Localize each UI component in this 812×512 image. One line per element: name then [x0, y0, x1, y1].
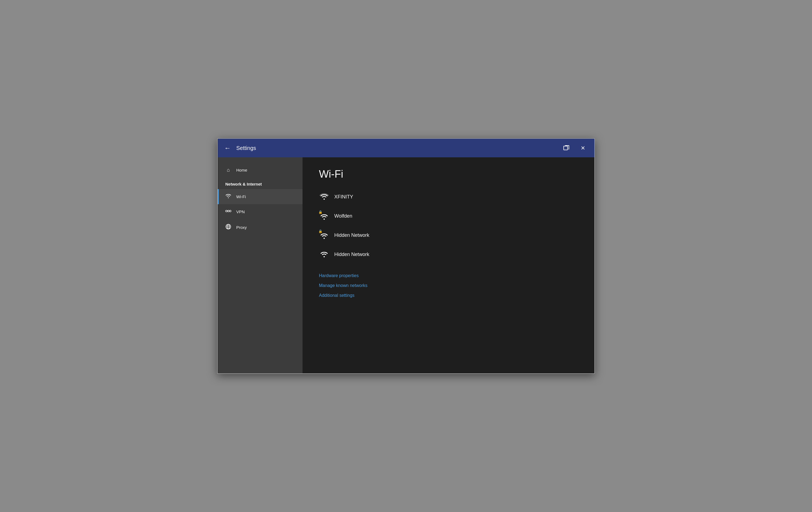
sidebar-item-wifi[interactable]: Wi-Fi	[218, 189, 302, 204]
wifi-sidebar-icon	[225, 193, 231, 200]
hardware-properties-link[interactable]: Hardware properties	[319, 273, 578, 278]
wolfden-network-name: Wolfden	[334, 213, 352, 219]
link-list: Hardware properties Manage known network…	[319, 273, 578, 298]
hidden1-network-name: Hidden Network	[334, 233, 369, 238]
wolfden-icon-wrap: 🔒	[319, 211, 329, 221]
home-icon: ⌂	[225, 167, 231, 173]
page-title: Wi-Fi	[319, 168, 578, 180]
sidebar-section-label: Network & Internet	[218, 177, 302, 189]
additional-settings-link[interactable]: Additional settings	[319, 293, 578, 298]
settings-window: ← Settings ✕ ⌂ Home Network & Internet	[217, 138, 595, 374]
network-item-wolfden[interactable]: 🔒 Wolfden	[319, 207, 578, 225]
sidebar-proxy-label: Proxy	[236, 225, 246, 230]
proxy-sidebar-icon	[225, 224, 231, 231]
svg-point-3	[228, 210, 229, 212]
manage-known-networks-link[interactable]: Manage known networks	[319, 283, 578, 288]
titlebar: ← Settings ✕	[218, 139, 594, 157]
xfinity-wifi-icon	[319, 193, 329, 201]
main-content: ⌂ Home Network & Internet Wi-Fi	[218, 157, 594, 373]
xfinity-icon-wrap	[319, 192, 329, 202]
hidden2-wifi-icon	[319, 250, 329, 259]
restore-button[interactable]	[561, 143, 571, 153]
sidebar-vpn-label: VPN	[236, 209, 245, 214]
sidebar-item-vpn[interactable]: VPN	[218, 204, 302, 219]
back-button[interactable]: ←	[224, 144, 231, 152]
close-button[interactable]: ✕	[578, 143, 588, 153]
sidebar-item-home[interactable]: ⌂ Home	[218, 163, 302, 177]
svg-point-2	[229, 210, 231, 212]
network-item-hidden1[interactable]: 🔒 Hidden Network	[319, 226, 578, 244]
sidebar-item-proxy[interactable]: Proxy	[218, 219, 302, 236]
content-area: Wi-Fi XFINITY	[302, 157, 594, 373]
window-title: Settings	[236, 145, 561, 151]
svg-rect-0	[564, 146, 568, 150]
wolfden-lock-icon: 🔒	[318, 210, 322, 214]
network-item-hidden2[interactable]: Hidden Network	[319, 245, 578, 263]
hidden1-lock-icon: 🔒	[318, 230, 322, 233]
svg-point-1	[226, 210, 227, 212]
hidden2-icon-wrap	[319, 249, 329, 260]
hidden1-icon-wrap: 🔒	[319, 230, 329, 240]
hidden2-network-name: Hidden Network	[334, 252, 369, 258]
sidebar-home-label: Home	[236, 168, 247, 172]
sidebar-wifi-label: Wi-Fi	[236, 194, 246, 199]
network-item-xfinity[interactable]: XFINITY	[319, 188, 578, 206]
vpn-sidebar-icon	[225, 209, 231, 215]
xfinity-network-name: XFINITY	[334, 194, 353, 200]
network-list: XFINITY 🔒 Wolfden	[319, 188, 578, 263]
window-controls: ✕	[561, 143, 588, 153]
sidebar: ⌂ Home Network & Internet Wi-Fi	[218, 157, 302, 373]
restore-icon	[563, 145, 570, 151]
